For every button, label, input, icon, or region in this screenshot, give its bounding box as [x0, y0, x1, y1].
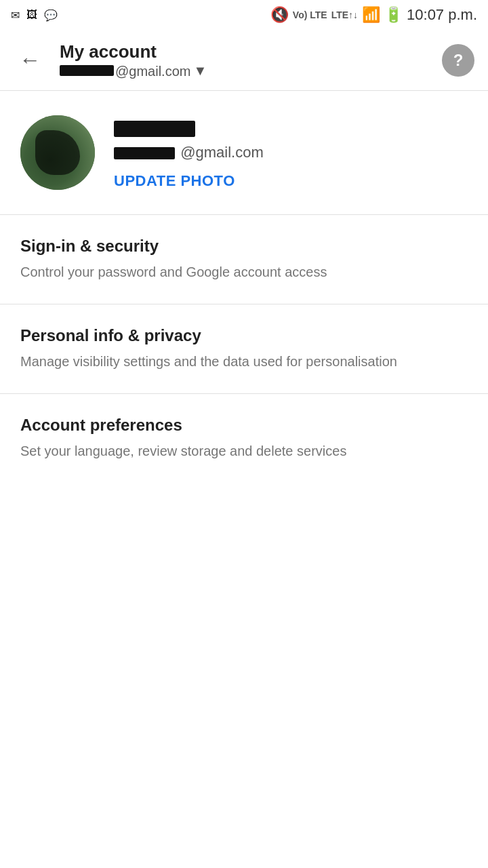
sign-in-security-item[interactable]: Sign-in & security Control your password…: [0, 215, 488, 304]
personal-info-privacy-item[interactable]: Personal info & privacy Manage visibilit…: [0, 304, 488, 393]
lte-icon: LTE↑↓: [331, 9, 358, 20]
profile-name-redacted: [114, 121, 195, 137]
help-label: ?: [453, 51, 464, 70]
app-bar-subtitle-row: @gmail.com ▼: [60, 62, 428, 79]
status-bar-left: ✉ 🖼 💬: [11, 9, 58, 22]
avatar-image: [20, 115, 95, 190]
personal-info-desc: Manage visibility settings and the data …: [20, 352, 468, 372]
help-button[interactable]: ?: [442, 44, 474, 77]
account-preferences-item[interactable]: Account preferences Set your language, r…: [0, 394, 488, 483]
sign-in-security-desc: Control your password and Google account…: [20, 262, 468, 282]
sign-in-security-title: Sign-in & security: [20, 237, 468, 256]
mail-icon: ✉: [11, 9, 20, 22]
image-icon: 🖼: [26, 9, 37, 21]
profile-email-redacted: [114, 147, 175, 159]
app-bar: ← My account @gmail.com ▼ ?: [0, 30, 488, 91]
update-photo-button[interactable]: UPDATE PHOTO: [114, 172, 468, 190]
dropdown-arrow-icon[interactable]: ▼: [193, 63, 207, 79]
status-bar: ✉ 🖼 💬 🔇 Vo) LTE LTE↑↓ 📶 🔋 10:07 p.m.: [0, 0, 488, 30]
app-bar-title: My account: [60, 41, 428, 62]
profile-section: @gmail.com UPDATE PHOTO: [0, 91, 488, 214]
account-preferences-desc: Set your language, review storage and de…: [20, 441, 468, 461]
profile-info: @gmail.com UPDATE PHOTO: [114, 115, 468, 190]
signal-icon: 📶: [362, 6, 380, 24]
whatsapp-icon: 💬: [44, 9, 58, 22]
status-time: 10:07 p.m.: [407, 6, 477, 24]
personal-info-title: Personal info & privacy: [20, 326, 468, 345]
volte-label: Vo) LTE: [293, 9, 327, 20]
app-bar-title-area: My account @gmail.com ▼: [60, 41, 428, 79]
account-preferences-title: Account preferences: [20, 416, 468, 435]
battery-icon: 🔋: [384, 6, 403, 24]
avatar: [20, 115, 95, 190]
email-redacted-prefix: [60, 65, 114, 76]
mute-icon: 🔇: [270, 6, 289, 24]
profile-email: @gmail.com: [114, 144, 468, 161]
profile-email-suffix: @gmail.com: [180, 144, 264, 161]
back-button[interactable]: ←: [14, 42, 46, 78]
status-bar-right: 🔇 Vo) LTE LTE↑↓ 📶 🔋 10:07 p.m.: [270, 6, 477, 24]
app-bar-email-suffix: @gmail.com: [115, 64, 190, 79]
